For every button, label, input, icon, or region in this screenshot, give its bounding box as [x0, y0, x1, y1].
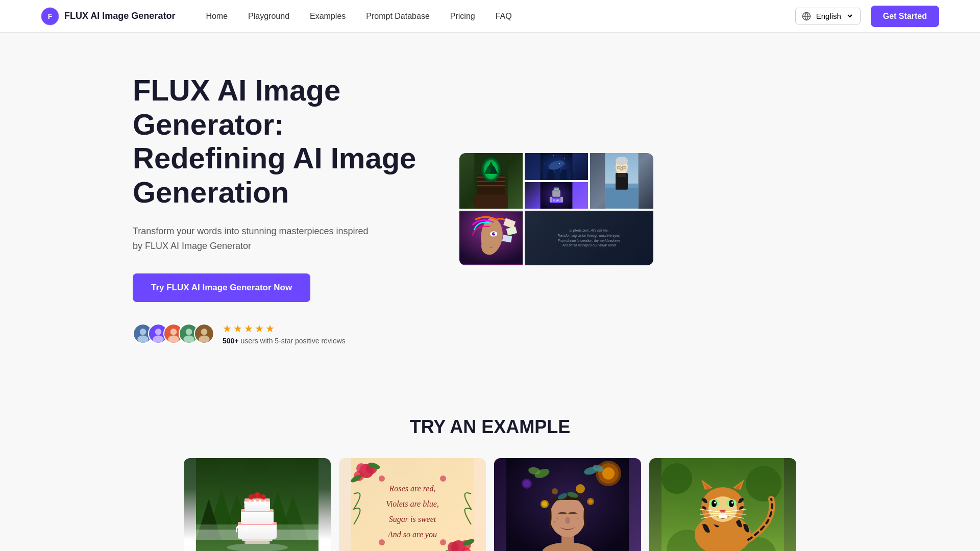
example-image-tiger: [649, 458, 796, 551]
collage-text-content: In pixels born, AI's call me,Transformin…: [557, 228, 621, 248]
example-image-woman: [494, 458, 641, 551]
nav-playground[interactable]: Playground: [248, 12, 289, 21]
collage-cell-1: [459, 153, 523, 209]
avatar-5: [194, 323, 214, 344]
get-started-button[interactable]: Get Started: [871, 6, 939, 27]
nav-home[interactable]: Home: [206, 12, 228, 21]
hero-subtitle: Transform your words into stunning maste…: [133, 224, 378, 254]
language-dropdown[interactable]: English 中文 Español Français Deutsch 日本語: [814, 11, 854, 21]
svg-rect-40: [561, 170, 567, 180]
star-5: ★: [265, 322, 275, 335]
review-count: 500+: [223, 337, 239, 345]
star-2: ★: [233, 322, 242, 335]
svg-point-8: [155, 329, 162, 335]
svg-point-5: [140, 329, 146, 335]
svg-point-144: [746, 466, 781, 502]
svg-text:And so are you: And so are you: [387, 530, 437, 539]
star-4: ★: [255, 322, 264, 335]
svg-rect-39: [555, 168, 559, 180]
brand-name: FLUX AI Image Generator: [64, 11, 175, 21]
star-1: ★: [223, 322, 232, 335]
svg-point-120: [602, 467, 615, 480]
examples-section: TRY AN EXAMPLE: [0, 386, 980, 551]
svg-point-116: [440, 539, 446, 545]
svg-rect-46: [605, 186, 638, 208]
svg-text:Violets are blue,: Violets are blue,: [386, 499, 439, 508]
svg-text:Sugar is sweet: Sugar is sweet: [389, 515, 436, 524]
social-proof: ★ ★ ★ ★ ★ 500+ users with 5-star positiv…: [133, 322, 429, 345]
svg-point-35: [544, 164, 545, 164]
collage-img-2: [525, 153, 588, 180]
svg-point-14: [186, 329, 192, 335]
globe-icon: [802, 12, 811, 21]
svg-point-114: [440, 475, 446, 482]
svg-rect-90: [244, 498, 270, 502]
nav-faq[interactable]: FAQ: [496, 12, 512, 21]
svg-point-155: [731, 502, 733, 504]
svg-point-49: [616, 157, 628, 165]
svg-point-61: [554, 188, 556, 190]
brand-logo-link[interactable]: F FLUX AI Image Generator: [41, 7, 175, 26]
svg-point-143: [662, 463, 692, 494]
svg-point-15: [183, 336, 194, 343]
svg-point-53: [623, 167, 625, 168]
svg-point-54: [620, 169, 624, 170]
svg-point-62: [557, 188, 558, 190]
svg-text:F: F: [48, 12, 53, 20]
nav-examples[interactable]: Examples: [310, 12, 346, 21]
svg-rect-21: [474, 195, 507, 209]
review-text: 500+ users with 5-star positive reviews: [223, 337, 346, 345]
svg-point-131: [557, 518, 558, 519]
star-3: ★: [244, 322, 253, 335]
nav-right: English 中文 Español Français Deutsch 日本語 …: [795, 6, 939, 27]
examples-grid: Roses are red, Violets are blue, Sugar i…: [184, 458, 796, 551]
collage-cell-3: [590, 153, 653, 209]
svg-point-95: [258, 494, 262, 498]
svg-point-72: [492, 232, 495, 235]
collage-cell-2: [525, 153, 588, 180]
svg-point-33: [564, 158, 565, 159]
svg-point-138: [552, 488, 558, 494]
nav-prompt-database[interactable]: Prompt Database: [366, 12, 430, 21]
svg-rect-41: [567, 171, 571, 180]
examples-title: TRY AN EXAMPLE: [184, 416, 796, 438]
review-info: ★ ★ ★ ★ ★ 500+ users with 5-star positiv…: [223, 322, 346, 345]
svg-point-122: [523, 480, 530, 487]
svg-point-153: [729, 500, 734, 507]
svg-rect-66: [560, 196, 563, 202]
star-rating: ★ ★ ★ ★ ★: [223, 322, 346, 335]
navbar: F FLUX AI Image Generator Home Playgroun…: [0, 0, 980, 33]
svg-rect-158: [719, 515, 727, 518]
hero-title: FLUX AI Image Generator: Redefining AI I…: [133, 73, 429, 210]
brand-logo-icon: F: [41, 7, 59, 26]
example-card-poem[interactable]: Roses are red, Violets are blue, Sugar i…: [339, 458, 486, 551]
svg-rect-85: [238, 523, 277, 539]
svg-point-152: [712, 500, 717, 507]
example-image-cake: [184, 458, 331, 551]
svg-point-154: [714, 502, 716, 504]
try-cta-button[interactable]: Try FLUX AI Image Generator Now: [133, 273, 310, 302]
collage-cell-5: [459, 211, 523, 265]
svg-point-31: [546, 157, 546, 157]
example-card-woman[interactable]: [494, 458, 641, 551]
collage-img-3: [590, 153, 653, 209]
svg-point-12: [168, 336, 179, 343]
language-selector[interactable]: English 中文 Español Français Deutsch 日本語: [795, 8, 861, 24]
svg-rect-87: [241, 511, 274, 524]
example-card-cake[interactable]: [184, 458, 331, 551]
avatar-icon-5: [195, 324, 213, 343]
example-card-tiger[interactable]: [649, 458, 796, 551]
svg-text:Roses are red,: Roses are red,: [389, 484, 436, 493]
svg-point-139: [576, 484, 585, 493]
collage-img-4: FLUX: [525, 182, 588, 209]
svg-point-137: [589, 499, 593, 504]
svg-point-113: [379, 475, 385, 482]
svg-rect-60: [554, 187, 559, 191]
svg-point-130: [565, 517, 570, 524]
collage-poem: In pixels born, AI's call me,Transformin…: [557, 229, 621, 247]
svg-point-115: [379, 539, 385, 545]
svg-point-135: [542, 502, 547, 507]
svg-rect-24: [477, 185, 505, 187]
nav-pricing[interactable]: Pricing: [450, 12, 475, 21]
svg-point-17: [201, 329, 208, 335]
